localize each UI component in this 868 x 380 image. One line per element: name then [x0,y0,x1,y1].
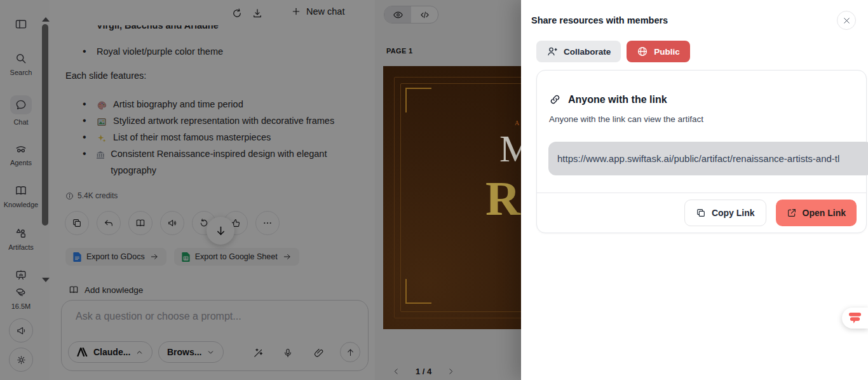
tab-label: Public [654,47,680,57]
copy-icon [696,208,706,218]
slide-corner-ornament [405,279,431,304]
close-dialog-button[interactable] [837,11,856,30]
close-icon [843,17,851,25]
assistant-widget-button[interactable] [842,308,868,329]
tab-label: Collaborate [564,47,611,57]
tab-collaborate[interactable]: Collaborate [536,41,621,62]
slide-title-fragment-2: Re [485,174,521,222]
share-url-text: https://www.app.swiftask.ai/public/artif… [557,153,839,164]
open-link-button[interactable]: Open Link [776,200,857,226]
slide-preview: A M Re [383,66,521,329]
card-heading: Anyone with the link [568,94,667,105]
globe-icon [637,46,648,57]
card-heading-row: Anyone with the link [549,93,667,105]
swiftask-logo-icon [848,312,862,325]
workspace-region: Search Chat Agents Knowledge Artifacts [0,0,521,380]
share-dialog: Share resources with members Collaborate… [521,0,868,380]
link-icon [549,93,561,105]
copy-link-button[interactable]: Copy Link [684,200,766,226]
slide-title-fragment-1: M [499,130,521,168]
app-root: Search Chat Agents Knowledge Artifacts [0,0,868,380]
slide-corner-ornament [405,88,431,112]
share-mode-tabs: Collaborate Public [536,41,690,62]
dialog-title: Share resources with members [531,15,668,25]
external-link-icon [787,208,797,218]
card-footer: Copy Link Open Link [537,193,866,233]
person-plus-icon [546,46,558,57]
card-description: Anyone with the link can view the artifa… [549,114,703,124]
tab-public[interactable]: Public [627,41,690,62]
open-link-label: Open Link [803,208,846,218]
copy-link-label: Copy Link [712,208,755,218]
share-url-field[interactable]: https://www.app.swiftask.ai/public/artif… [548,142,868,175]
public-link-card: Anyone with the link Anyone with the lin… [536,70,867,233]
slide-kicker-fragment: A [515,119,520,126]
